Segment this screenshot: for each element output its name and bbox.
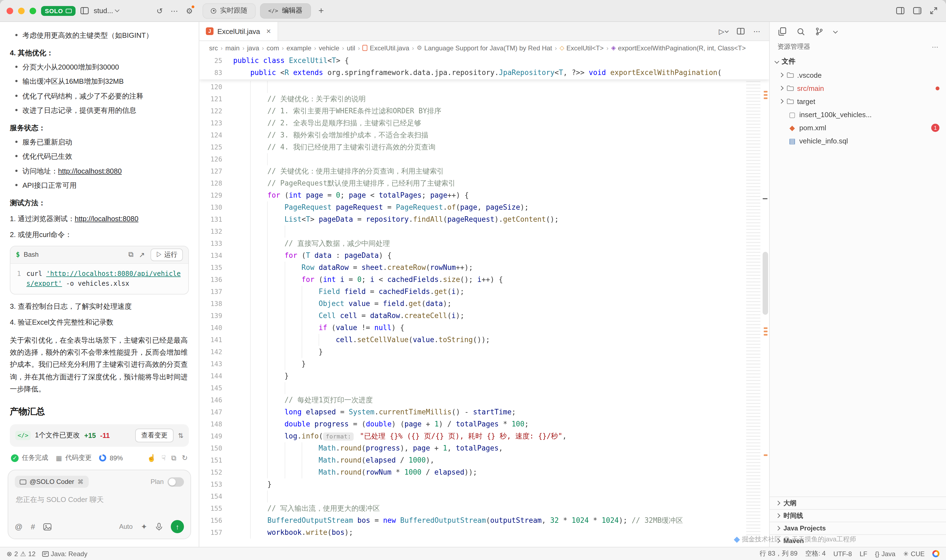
code-line[interactable]: 133// 直接写入数据，减少中间处理 [199, 238, 769, 249]
code-line[interactable]: 129for (int page = 0; page < totalPages;… [199, 189, 769, 202]
run-button[interactable]: ▷ [719, 27, 728, 35]
thumbs-down-icon[interactable]: ☟ [162, 454, 166, 463]
code-line[interactable]: 147long elapsed = System.currentTimeMill… [199, 406, 769, 418]
code-change-label[interactable]: 代码变更 [65, 454, 92, 463]
tree-item-src-main[interactable]: src/main [770, 82, 946, 95]
section-Java-Projects[interactable]: Java Projects [770, 522, 946, 534]
run-command-button[interactable]: ▷ 运行 [150, 248, 183, 261]
code-line[interactable]: 135Row dataRow = sheet.createRow(rowNum+… [199, 262, 769, 274]
breadcrumb-item[interactable]: vehicle [319, 44, 340, 52]
minimize-window-button[interactable] [18, 8, 25, 14]
files-icon[interactable] [778, 28, 786, 35]
problems-indicator[interactable]: ⊗2 ⚠12 [6, 550, 35, 557]
breadcrumb-item[interactable]: ◇ExcelUtil<T> [560, 44, 604, 52]
breadcrumb-item[interactable]: src [209, 44, 218, 52]
tree-item--vscode[interactable]: .vscode [770, 68, 946, 82]
cursor-position[interactable]: 行 83，列 89 [760, 549, 798, 558]
code-line[interactable]: 132 [199, 226, 769, 238]
code-line[interactable]: 128// PageRequest默认使用主键排序，已经利用了主键索引 [199, 177, 769, 189]
workspace-switcher[interactable]: stud... [94, 6, 118, 15]
code-line[interactable]: 125// 4. 我们已经使用了主键索引进行高效的分页查询 [199, 141, 769, 153]
code-line[interactable]: 126 [199, 153, 769, 165]
explorer-more-icon[interactable]: ⋯ [932, 43, 938, 51]
search-icon[interactable] [797, 28, 805, 35]
files-section-header[interactable]: 文件 [770, 55, 946, 68]
code-line[interactable]: 142} [199, 346, 769, 358]
close-tab-icon[interactable]: ✕ [266, 28, 271, 35]
code-line[interactable]: 152Math.round(rowNum * 1000 / elapsed)); [199, 466, 769, 478]
code-line[interactable]: 143} [199, 358, 769, 370]
code-line[interactable]: 155// 写入输出流，使用更大的缓冲区 [199, 503, 769, 515]
editor-more-icon[interactable]: ⋯ [753, 27, 760, 35]
notification-icon[interactable] [932, 550, 940, 557]
source-control-icon[interactable] [816, 28, 823, 35]
thumbs-up-icon[interactable]: ☝ [147, 454, 156, 463]
open-in-terminal-icon[interactable]: ↗ [139, 251, 145, 258]
breadcrumb-item[interactable]: ⚙Language Support for Java(TM) by Red Ha… [417, 44, 552, 52]
eol-setting[interactable]: LF [860, 550, 867, 557]
editor-scrollbar[interactable] [763, 252, 768, 315]
section--[interactable]: 时间线 [770, 509, 946, 522]
breadcrumb-item[interactable]: java [247, 44, 259, 52]
code-line[interactable]: 121// 关键优化：关于索引的说明 [199, 93, 769, 105]
breadcrumb-item[interactable]: ExcelUtil.java [363, 44, 409, 52]
breadcrumb-item[interactable]: com [267, 44, 279, 52]
code-line[interactable]: 123// 2. 全表导出是顺序扫描，主键索引已经足够 [199, 117, 769, 129]
file-tab-excelutil[interactable]: J ExcelUtil.java ✕ [199, 22, 278, 40]
chat-link[interactable]: http://localhost:8080 [58, 167, 122, 175]
tab-editor[interactable]: </>编辑器 [260, 3, 311, 18]
expand-window-icon[interactable] [930, 7, 937, 14]
code-line[interactable]: 141cell.setCellValue(value.toString()); [199, 334, 769, 346]
view-changes-button[interactable]: 查看变更 [135, 429, 174, 443]
code-line[interactable]: 146// 每处理1页打印一次进度 [199, 394, 769, 406]
chat-scroll[interactable]: 考虑使用更高效的主键类型（如BIGINT）4. 其他优化：分页大小从20000增… [0, 22, 199, 466]
language-mode[interactable]: {} Java [875, 550, 895, 557]
breadcrumb-item[interactable]: example [286, 44, 312, 52]
code-line[interactable]: 145 [199, 382, 769, 394]
code-line[interactable]: 137Field field = cachedFields.get(i); [199, 286, 769, 298]
code-line[interactable]: 151Math.round(elapsed / 1000), [199, 454, 769, 466]
code-line[interactable]: 139Cell cell = dataRow.createCell(i); [199, 310, 769, 322]
code-line[interactable]: 131List<T> pageData = repository.findAll… [199, 214, 769, 226]
code-line[interactable]: 138Object value = field.get(data); [199, 298, 769, 310]
mic-icon[interactable] [155, 523, 163, 531]
code-line[interactable]: 124// 3. 额外索引会增加维护成本，不适合全表扫描 [199, 129, 769, 141]
code-line[interactable]: 140if (value != null) { [199, 322, 769, 334]
hash-icon[interactable]: # [31, 522, 35, 531]
encoding-setting[interactable]: UTF-8 [833, 550, 852, 557]
chevron-down-icon[interactable] [833, 29, 838, 33]
code-editor[interactable]: 25public class ExcelUtil<T> {83public <R… [199, 55, 769, 547]
panel-right-icon[interactable] [913, 7, 921, 14]
tree-item-pom-xml[interactable]: ◆pom.xml1 [770, 121, 946, 134]
code-line[interactable]: 122// 1. 索引主要用于WHERE条件过滤和ORDER BY排序 [199, 105, 769, 117]
breadcrumb-item[interactable]: util [347, 44, 355, 52]
tab-follow[interactable]: 实时跟随 [203, 3, 256, 18]
indentation-setting[interactable]: 空格: 4 [805, 549, 826, 558]
tree-item-target[interactable]: target [770, 95, 946, 108]
code-line[interactable]: 154 [199, 491, 769, 503]
agent-badge[interactable]: @SOLO Coder ⌘ [15, 476, 88, 488]
copy-icon[interactable]: ⧉ [171, 454, 177, 463]
code-line[interactable]: 144} [199, 370, 769, 382]
breadcrumb-item[interactable]: main [225, 44, 240, 52]
zoom-window-button[interactable] [29, 8, 36, 14]
solo-badge[interactable]: SOLO [41, 6, 75, 15]
panel-left-icon[interactable] [896, 7, 904, 14]
expand-changes-icon[interactable]: ⇅ [178, 432, 183, 440]
model-auto-label[interactable]: Auto [119, 523, 132, 531]
image-icon[interactable] [43, 523, 51, 530]
code-line[interactable]: 157workbook.write(bos); [199, 527, 769, 538]
new-tab-button[interactable]: + [318, 5, 324, 16]
code-line[interactable]: 150Math.round(progress), page + 1, total… [199, 442, 769, 454]
tree-item-vehicle-info-sql[interactable]: ▤vehicle_info.sql [770, 134, 946, 147]
settings-icon[interactable]: ⚙ [186, 6, 193, 15]
tree-item-insert-100k-vehicles-[interactable]: ▢insert_100k_vehicles... [770, 108, 946, 121]
code-line[interactable]: 149log.info(format: "已处理 {}% ({} 页/{} 页)… [199, 430, 769, 442]
chat-input[interactable] [16, 495, 185, 504]
java-status[interactable]: Java: Ready [42, 550, 87, 557]
breadcrumb-item[interactable]: ◈exportExcelWithPagination(R, int, Class… [611, 44, 746, 52]
code-line[interactable]: 25public class ExcelUtil<T> { [199, 55, 769, 67]
section--[interactable]: 大纲 [770, 497, 946, 509]
minimap[interactable] [746, 81, 760, 543]
code-line[interactable]: 127// 关键优化：使用主键排序的分页查询，利用主键索引 [199, 165, 769, 177]
